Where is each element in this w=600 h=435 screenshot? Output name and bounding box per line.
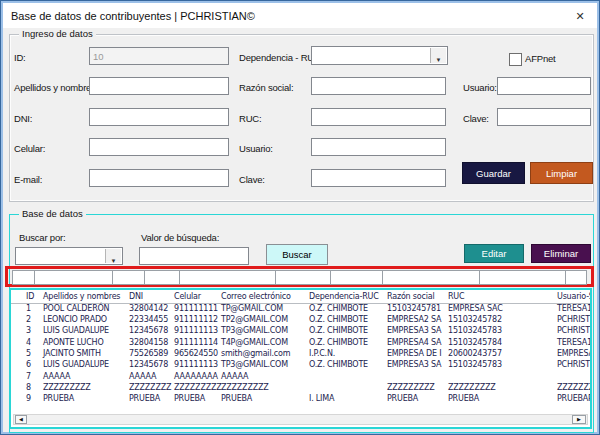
clave-label: Clave: [463,113,489,124]
table-row[interactable]: 3LUIS GUADALUPE12345678911111113TP3@GMAI… [11,326,590,337]
usuario-label: Usuario: [463,82,497,93]
table-cell: 3 [26,326,31,335]
table-cell: PRUEBAPR [557,394,592,403]
table-row[interactable]: 2LEONCIO PRADO22334455911111112TP2@GMAIL… [11,315,590,326]
table-cell: APONTE LUCHO [43,338,103,347]
horizontal-scrollbar[interactable]: ◀ ▶ [13,414,588,425]
table-cell: 1 [26,304,31,313]
dropdown-button[interactable]: ▼ [430,48,446,63]
column-divider [479,271,480,284]
table-cell: 12345678 [129,326,168,335]
dni-label: DNI: [14,113,32,124]
table-cell: EMPRESA3 SA [387,360,441,369]
usuario-mid-field[interactable] [311,138,446,156]
table-cell: O.Z. CHIMBOTE [309,360,368,369]
table-cell: 2 [26,315,31,324]
table-cell: 20600243757 [448,349,502,358]
table-cell: POOL CALDERÓN [43,304,109,313]
dni-field[interactable] [89,108,229,126]
listbox[interactable]: IDApellidos y nombresDNICelularCorreo el… [9,288,592,429]
table-cell: 8 [26,383,31,392]
table-cell: T4P@GMAIL.COM [221,338,288,347]
table-cell: 75526589 [129,349,168,358]
limpiar-button[interactable]: Limpiar [530,162,593,184]
table-cell: PRUEBA [43,394,74,403]
chevron-down-icon: ▼ [111,258,117,264]
column-divider [34,271,35,284]
table-cell: 911111114 [174,338,218,347]
guardar-button[interactable]: Guardar [462,162,525,184]
dropdown-button[interactable]: ▼ [105,249,121,263]
apellidos-label: Apellidos y nombres: [14,82,98,93]
close-button[interactable]: ✕ [571,8,589,24]
table-cell: ZZZZZZZZZ [43,383,91,392]
table-row[interactable]: 6LUIS GUADALUPE12345678911111113TP3@GMAI… [11,360,590,371]
table-row[interactable]: 5JACINTO SMITH75526589965624550smith@gma… [11,349,590,360]
table-cell: LEONCIO PRADO [43,315,107,324]
table-cell: JACINTO SMITH [43,349,101,358]
table-cell: TP3@GMAIL.COM [221,360,288,369]
table-cell: EMPRESA2 SA [387,315,441,324]
usuario-field[interactable] [497,77,591,95]
table-header-cell: ID [26,292,34,301]
afpnet-checkbox[interactable] [509,53,522,66]
table-cell: TP@GMAIL.COM [221,304,283,313]
left-arrow-icon: ◀ [16,416,26,423]
titlebar: Base de datos de contribuyentes | PCHRIS… [3,3,597,28]
table-cell: O.Z. CHIMBOTE [309,326,368,335]
table-cell: EMPRESA4 SA [387,338,441,347]
table-cell: 22334455 [129,315,168,324]
table-row[interactable]: 1POOL CALDERÓN32804142911111111TP@GMAIL.… [11,304,590,315]
id-field[interactable] [89,47,229,65]
table-cell: PCHRISTIAN [557,315,592,324]
razon-social-field[interactable] [311,77,446,95]
table-cell: 32804158 [129,338,168,347]
table-cell: O.Z. CHIMBOTE [309,338,368,347]
table-cell: 32804142 [129,304,168,313]
dependencia-ruc-select[interactable]: ▼ [311,46,448,65]
celular-field[interactable] [89,138,229,156]
scroll-right-button[interactable]: ▶ [572,415,586,424]
apellidos-field[interactable] [89,77,229,95]
buscar-por-select[interactable]: ▼ [15,247,123,265]
table-header-cell: Correo electrónico [221,292,291,301]
table-cell: O.Z. CHIMBOTE [309,304,368,313]
table-cell: 15103245782 [448,315,502,324]
table-cell: PRUEBA [174,394,205,403]
table-cell: EMPRESA3 SA [387,326,441,335]
table-cell: 911111112 [174,315,218,324]
email-field[interactable] [89,169,229,187]
table-row[interactable]: 4APONTE LUCHO32804158911111114T4P@GMAIL.… [11,338,590,349]
table-cell: 4 [26,338,31,347]
table-cell: ZZZZZZZZZ [174,383,222,392]
editar-button[interactable]: Editar [464,244,524,263]
clave-mid-field[interactable] [311,169,446,187]
table-cell: 15103245781 [387,304,441,313]
table-cell: 6 [26,360,31,369]
buscar-button[interactable]: Buscar [266,244,328,265]
table-cell: ZZZZZZZZ [557,383,592,392]
table-header-cell: Dependencia-RUC [309,292,379,301]
clave-field[interactable] [497,108,591,126]
column-divider [179,271,180,284]
table-cell: 15103245783 [448,360,502,369]
table-row[interactable]: 9PRUEBAPRUEBAPRUEBAPRUEBAI. LIMAPRUEBAPR… [11,394,590,405]
valor-busqueda-field[interactable] [139,247,249,265]
table-row[interactable]: 8ZZZZZZZZZZZZZZZZZZZZZZZZZZZZZZZZZZZZZZZ… [11,383,590,394]
eliminar-button[interactable]: Eliminar [531,244,591,263]
table-header-cell: Celular [174,292,201,301]
table-cell: ZZZZZZZZZ [387,383,435,392]
listbox-header-row[interactable] [12,270,587,285]
table-cell: AAAAA [221,372,248,381]
table-cell: EMPRESA8 [557,349,592,358]
table-cell: PRUEBA [448,394,479,403]
ruc-field[interactable] [311,108,446,126]
table-row[interactable]: 7AAAAAAAAAAAAAAAAAAAAAAA [11,372,590,383]
table-cell: I. LIMA [309,394,334,403]
table-header-cell: Usuario-SOl [557,292,592,301]
table-cell: PRUEBA [129,394,160,403]
scroll-left-button[interactable]: ◀ [15,415,27,424]
table-cell: TERESA15 [557,338,592,347]
column-divider [330,271,331,284]
table-cell: 7 [26,372,31,381]
